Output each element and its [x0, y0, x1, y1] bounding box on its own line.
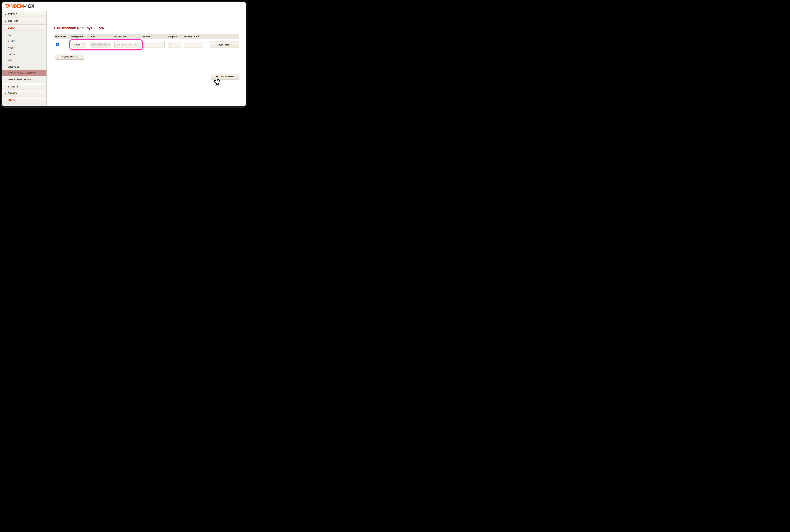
cell-netmask: [113, 42, 142, 48]
table-header-row: Включить Интерфейс Цель Маска сети Шлюз …: [54, 34, 239, 39]
cell-gateway: [142, 42, 167, 48]
checkmark-icon: ✓: [217, 75, 219, 78]
sidebar-item-label: СТАТУС: [8, 13, 17, 16]
submenu-item-label: Wi-Fi: [8, 40, 15, 43]
sidebar-item-label: СИСТЕМА: [8, 20, 18, 23]
submenu-item-ports[interactable]: Порты: [2, 51, 47, 57]
sidebar-item-utilities[interactable]: ► УТИЛИТЫ: [2, 83, 47, 90]
submenu-item-bridge[interactable]: Мост: [2, 32, 47, 38]
plus-icon: +: [62, 55, 63, 58]
column-header-interface: Интерфейс: [70, 35, 88, 38]
triangle-right-icon: ►: [5, 20, 8, 22]
gateway-input[interactable]: [143, 42, 165, 48]
save-button-row: ✓ СОХРАНИТЬ: [54, 74, 239, 79]
network-submenu: Мост Wi-Fi Модем Порты VPN DHCP/DNS Стат…: [2, 32, 47, 83]
submenu-item-wifi[interactable]: Wi-Fi: [2, 38, 47, 45]
netmask-input[interactable]: [114, 42, 141, 48]
triangle-right-icon: ►: [5, 27, 8, 29]
brand-logo: TANDEM-4GX: [5, 3, 34, 9]
delete-button-label: УДАЛИТЬ: [219, 43, 230, 46]
cell-metric: [167, 42, 183, 48]
add-route-button[interactable]: + ДОБАВИТЬ: [55, 54, 84, 59]
interface-select-value: modem: [73, 43, 80, 46]
redacted-value-blur: 888.888.88.8: [91, 43, 110, 46]
triangle-right-icon: ►: [5, 86, 8, 88]
sidebar-item-system[interactable]: ► СИСТЕМА: [2, 18, 47, 25]
column-header-comment: Комментарий: [183, 35, 207, 38]
comment-input[interactable]: [184, 42, 203, 48]
body-layout: ► СТАТУС ► СИСТЕМА ► СЕТЬ Мост Wi-Fi Мод…: [2, 11, 246, 107]
sidebar-item-logout[interactable]: ВЫЙТИ: [2, 97, 47, 104]
cell-actions: УДАЛИТЬ: [208, 41, 239, 48]
triangle-right-icon: ►: [5, 14, 8, 16]
column-header-metric: Метрика: [167, 35, 182, 38]
triangle-right-icon: ►: [5, 93, 8, 95]
submenu-item-static-routes-selected[interactable]: Статические маршруты: [2, 70, 47, 76]
enable-checkbox-checked[interactable]: ✓: [56, 43, 59, 46]
column-header-enable: Включить: [54, 35, 69, 38]
submenu-item-label: Порты: [8, 53, 15, 56]
submenu-item-label: Мост: [8, 34, 14, 37]
check-icon: ✓: [56, 43, 58, 46]
target-input-redacted[interactable]: 888.888.88.8: [90, 42, 111, 48]
sidebar-item-network-active[interactable]: ► СЕТЬ: [2, 25, 47, 32]
save-button-label: СОХРАНИТЬ: [220, 75, 234, 78]
sidebar-nav: ► СТАТУС ► СИСТЕМА ► СЕТЬ Мост Wi-Fi Мод…: [2, 11, 47, 107]
column-header-netmask: Маска сети: [113, 35, 141, 38]
submenu-item-modem[interactable]: Модем: [2, 45, 47, 51]
submenu-item-label: DHCP/DNS: [8, 65, 19, 68]
chevron-down-icon: ∨: [83, 44, 85, 46]
submenu-item-firewall[interactable]: Межсетевой экран: [2, 76, 47, 82]
metric-input[interactable]: [168, 42, 181, 48]
sidebar-item-status[interactable]: ► СТАТУС: [2, 11, 47, 18]
sidebar-item-label: ПОМОЩЬ: [8, 92, 17, 95]
column-header-target: Цель: [88, 35, 112, 38]
submenu-item-label: Модем: [8, 46, 15, 49]
cell-enable: ✓: [54, 43, 70, 46]
sidebar-item-label: УТИЛИТЫ: [8, 85, 18, 88]
device-frame: TANDEM-4GX ► СТАТУС ► СИСТЕМА ► СЕТЬ Мос: [1, 1, 246, 107]
cell-interface: modem ∨: [70, 42, 88, 48]
main-content: Статические маршруты IPv4 Включить Интер…: [47, 11, 246, 107]
submenu-item-label: VPN: [8, 59, 12, 62]
app-header: TANDEM-4GX: [2, 2, 246, 11]
section-divider: [54, 70, 239, 70]
submenu-item-label: Статические маршруты: [8, 72, 37, 75]
submenu-item-vpn[interactable]: VPN: [2, 57, 47, 64]
save-button[interactable]: ✓ СОХРАНИТЬ: [211, 74, 239, 79]
interface-select[interactable]: modem ∨: [71, 42, 86, 48]
static-routes-table: Включить Интерфейс Цель Маска сети Шлюз …: [54, 34, 239, 51]
add-button-label: ДОБАВИТЬ: [65, 55, 78, 58]
sidebar-item-help[interactable]: ► ПОМОЩЬ: [2, 90, 47, 97]
submenu-item-label: Межсетевой экран: [8, 78, 31, 81]
page-title: Статические маршруты IPv4: [54, 26, 246, 30]
logout-label: ВЫЙТИ: [8, 99, 16, 102]
screenshot-stage: TANDEM-4GX ► СТАТУС ► СИСТЕМА ► СЕТЬ Мос: [0, 0, 248, 108]
delete-button[interactable]: УДАЛИТЬ: [210, 41, 239, 48]
route-row: ✓ modem ∨ 888.888.88.8: [54, 39, 239, 51]
logo-secondary: -4GX: [24, 3, 34, 9]
column-header-gateway: Шлюз: [142, 35, 166, 38]
sidebar-item-label: СЕТЬ: [8, 26, 14, 30]
cell-comment: [183, 42, 208, 48]
cell-target: 888.888.88.8: [88, 42, 113, 48]
logo-primary: TANDEM: [5, 3, 24, 9]
submenu-item-dhcp-dns[interactable]: DHCP/DNS: [2, 64, 47, 70]
